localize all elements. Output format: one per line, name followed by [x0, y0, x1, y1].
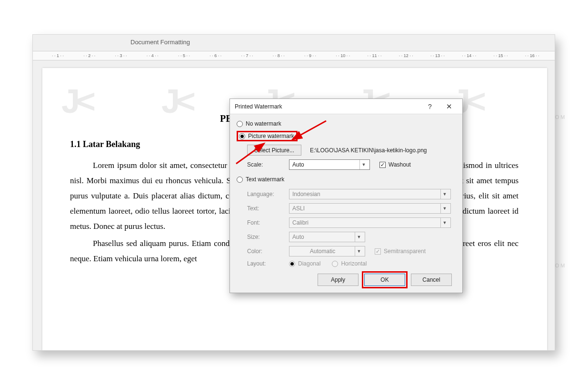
radio-icon: [332, 261, 338, 267]
radio-icon: [237, 121, 243, 127]
semitransparent-label: Semitransparent: [384, 248, 426, 255]
washout-checkbox[interactable]: Washout: [379, 161, 411, 168]
ruler-tick: · · 10 · ·: [336, 53, 350, 58]
text-watermark-label: Text watermark: [246, 176, 284, 183]
color-label: Color:: [247, 248, 284, 255]
chevron-down-icon: ▼: [355, 246, 363, 256]
scale-label: Scale:: [247, 161, 284, 168]
washout-label: Washout: [389, 161, 411, 168]
ribbon-group-label: Document Formatting: [130, 39, 190, 46]
radio-icon: [239, 133, 245, 139]
chevron-down-icon: ▼: [359, 160, 368, 169]
ruler-tick: · · 11 · ·: [368, 53, 382, 58]
ruler-tick: · · 2 · ·: [83, 53, 95, 58]
color-combo: Automatic ▼: [289, 246, 365, 256]
language-combo: Indonesian ▼: [289, 189, 451, 199]
chevron-down-icon: ▼: [440, 204, 448, 213]
scale-combo[interactable]: Auto ▼: [289, 159, 370, 170]
ruler-tick: · · 5 · ·: [178, 53, 190, 58]
ruler-tick: · · 4 · ·: [147, 53, 159, 58]
no-watermark-label: No watermark: [246, 120, 281, 127]
font-combo: Calibri ▼: [289, 217, 451, 228]
picture-watermark-label[interactable]: Picture watermark: [248, 133, 294, 139]
ruler-tick: · · 6 · ·: [209, 53, 221, 58]
ruler-tick: · · 16 · ·: [525, 53, 539, 58]
language-label: Language:: [247, 191, 284, 197]
checkbox-icon: [379, 162, 386, 168]
ruler-tick: · · 9 · ·: [304, 53, 316, 58]
ok-button[interactable]: OK: [364, 274, 405, 286]
cancel-button[interactable]: Cancel: [411, 274, 452, 286]
layout-horizontal-option: Horizontal: [332, 260, 367, 267]
text-combo: ASLI ▼: [289, 203, 451, 214]
ruler-tick: · · 12 · ·: [399, 53, 413, 58]
text-label: Text:: [247, 205, 284, 212]
dialog-titlebar[interactable]: Printed Watermark ? ✕: [230, 99, 462, 114]
horizontal-ruler[interactable]: · · 1 · ·· · 2 · ·· · 3 · ·· · 4 · ·· · …: [33, 51, 555, 60]
text-watermark-option[interactable]: Text watermark: [237, 174, 456, 185]
printed-watermark-dialog: Printed Watermark ? ✕ No watermark Pictu…: [229, 98, 463, 293]
size-combo: Auto ▼: [289, 232, 365, 242]
ruler-tick: · · 15 · ·: [494, 53, 508, 58]
layout-diagonal-option: Diagonal: [289, 260, 320, 267]
no-watermark-option[interactable]: No watermark: [237, 118, 456, 129]
chevron-down-icon: ▼: [440, 218, 448, 227]
ruler-tick: · · 13 · ·: [430, 53, 445, 58]
radio-icon: [237, 177, 243, 183]
picture-watermark-highlight: Picture watermark: [237, 131, 298, 141]
ruler-tick: · · 3 · ·: [115, 53, 127, 58]
ruler-tick: · · 8 · ·: [273, 53, 285, 58]
chevron-down-icon: ▼: [440, 189, 448, 199]
ruler-tick: · · 7 · ·: [241, 53, 253, 58]
apply-button[interactable]: Apply: [318, 274, 359, 286]
close-button[interactable]: ✕: [439, 100, 458, 113]
select-picture-button[interactable]: Select Picture...: [247, 145, 301, 156]
radio-icon: [289, 261, 295, 267]
ruler-tick: · · 1 · ·: [52, 53, 64, 58]
font-label: Font:: [247, 219, 284, 226]
chevron-down-icon: ▼: [355, 232, 363, 242]
ruler-tick: · · 14 · ·: [462, 53, 476, 58]
dialog-title: Printed Watermark: [235, 103, 420, 110]
checkbox-icon: [375, 248, 381, 255]
semitransparent-checkbox: Semitransparent: [375, 248, 426, 255]
picture-path: E:\LOGO\JASA KETIKIN\jasa-ketikin-logo.p…: [310, 147, 427, 154]
layout-label: Layout:: [247, 260, 284, 267]
help-button[interactable]: ?: [420, 100, 439, 113]
size-label: Size:: [247, 234, 284, 240]
